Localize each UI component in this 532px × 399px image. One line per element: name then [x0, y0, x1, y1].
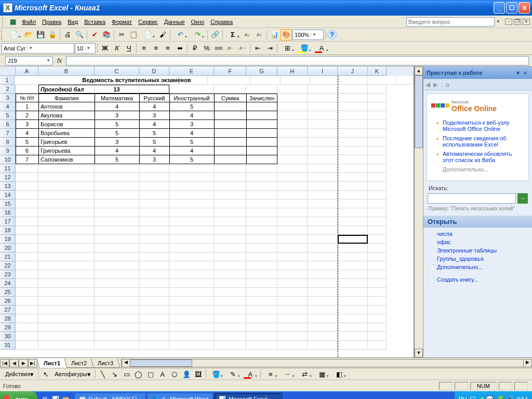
cell[interactable] — [277, 226, 308, 235]
cell[interactable] — [338, 147, 368, 155]
minimize-button[interactable]: _ — [494, 2, 505, 14]
cell[interactable] — [214, 208, 246, 217]
cell[interactable]: 4 — [95, 102, 139, 111]
cell[interactable] — [95, 191, 139, 200]
cell[interactable] — [139, 164, 169, 173]
cell[interactable] — [214, 279, 246, 288]
cell[interactable] — [338, 305, 368, 314]
cell[interactable] — [95, 244, 139, 252]
font-color-button[interactable]: A — [313, 43, 330, 54]
cell[interactable]: 5 — [16, 138, 38, 147]
cell[interactable] — [277, 235, 308, 244]
taskpane-dropdown-button[interactable]: ▼ — [514, 70, 522, 76]
cell[interactable] — [308, 252, 338, 261]
cell[interactable] — [169, 182, 214, 191]
cell[interactable] — [368, 85, 387, 94]
cell[interactable] — [250, 76, 281, 85]
cell[interactable] — [139, 244, 169, 252]
cell[interactable] — [368, 244, 387, 252]
menu-Сервис[interactable]: Сервис — [135, 17, 161, 26]
cell[interactable] — [214, 226, 246, 235]
tray-language[interactable]: RU — [459, 396, 467, 399]
fill-color-draw-button[interactable]: 🪣 — [208, 368, 224, 380]
cell[interactable] — [95, 208, 139, 217]
col-header-F[interactable]: F — [214, 66, 246, 76]
cell[interactable] — [214, 200, 246, 208]
cell[interactable]: 3 — [139, 111, 169, 120]
cell[interactable] — [338, 252, 368, 261]
cell[interactable] — [214, 341, 246, 350]
row-header-24[interactable]: 24 — [0, 279, 16, 288]
scroll-thumb[interactable] — [415, 75, 423, 148]
cell[interactable] — [139, 261, 169, 270]
open-recent-item[interactable]: офис — [429, 238, 527, 246]
cell[interactable] — [338, 111, 368, 120]
cell[interactable] — [338, 208, 368, 217]
cell[interactable] — [139, 341, 169, 350]
cell[interactable]: Сапожников — [38, 155, 95, 164]
row-header-6[interactable]: 6 — [0, 120, 16, 129]
sheet-tab-Лист3[interactable]: Лист3 — [91, 358, 121, 368]
cell[interactable] — [338, 200, 368, 208]
fill-color-button[interactable]: 🪣 — [296, 43, 313, 54]
cell[interactable] — [338, 235, 368, 244]
row-header-8[interactable]: 8 — [0, 138, 16, 147]
cell[interactable] — [169, 85, 214, 94]
toolbar-handle[interactable] — [2, 17, 5, 26]
cell[interactable] — [246, 314, 277, 323]
cell[interactable] — [368, 200, 387, 208]
cell[interactable] — [246, 217, 277, 226]
cell[interactable] — [169, 332, 214, 341]
cell[interactable] — [214, 182, 246, 191]
cell[interactable]: Проходной бал — [38, 85, 95, 94]
cell[interactable] — [277, 208, 308, 217]
cell[interactable] — [95, 235, 139, 244]
cell[interactable] — [308, 341, 338, 350]
row-header-22[interactable]: 22 — [0, 261, 16, 270]
cell[interactable] — [368, 314, 387, 323]
cell[interactable] — [169, 235, 214, 244]
cell[interactable]: Фамилия — [38, 94, 95, 102]
arrow-style-button[interactable]: ⇄ — [297, 368, 313, 380]
open-recent-item[interactable]: Дополнительно... — [429, 263, 527, 271]
cell[interactable] — [277, 244, 308, 252]
cell[interactable] — [214, 235, 246, 244]
draw-actions-menu[interactable]: Действия ▾ — [3, 368, 36, 380]
increase-decimal-button[interactable]: ,0← — [225, 43, 236, 54]
col-header-G[interactable]: G — [246, 66, 277, 76]
cell[interactable] — [368, 217, 387, 226]
cell[interactable]: 3 — [169, 120, 214, 129]
cell[interactable] — [277, 111, 308, 120]
increase-indent-button[interactable]: ⇥ — [264, 43, 275, 54]
taskpane-close-button[interactable]: × — [522, 70, 529, 76]
cell[interactable]: Борисов — [38, 120, 95, 129]
row-header-21[interactable]: 21 — [0, 252, 16, 261]
cell[interactable] — [169, 244, 214, 252]
cell[interactable] — [308, 261, 338, 270]
cell[interactable] — [246, 305, 277, 314]
sheet-nav-next-button[interactable]: ▶ — [19, 359, 28, 367]
row-header-29[interactable]: 29 — [0, 323, 16, 332]
cell[interactable]: 5 — [95, 129, 139, 138]
cell[interactable]: 5 — [139, 129, 169, 138]
taskpane-search-go-button[interactable]: → — [517, 193, 528, 204]
menu-Файл[interactable]: Файл — [19, 17, 39, 26]
cell[interactable] — [368, 182, 387, 191]
cell[interactable] — [139, 182, 169, 191]
cell[interactable] — [246, 297, 277, 305]
picture-button[interactable]: 🖼 — [193, 368, 204, 380]
cell[interactable]: 4 — [16, 129, 38, 138]
cell[interactable] — [139, 314, 169, 323]
row-header-18[interactable]: 18 — [0, 226, 16, 235]
save-button[interactable]: 💾 — [35, 29, 46, 41]
cell[interactable] — [308, 288, 338, 297]
cell[interactable]: 4 — [139, 120, 169, 129]
cell[interactable] — [246, 111, 277, 120]
borders-button[interactable]: ⊞ — [279, 43, 296, 54]
cell[interactable] — [338, 129, 368, 138]
align-left-button[interactable]: ≡ — [138, 43, 150, 54]
cell[interactable] — [368, 138, 387, 147]
cell[interactable] — [246, 85, 277, 94]
cell[interactable] — [281, 76, 310, 85]
cell[interactable] — [338, 226, 368, 235]
